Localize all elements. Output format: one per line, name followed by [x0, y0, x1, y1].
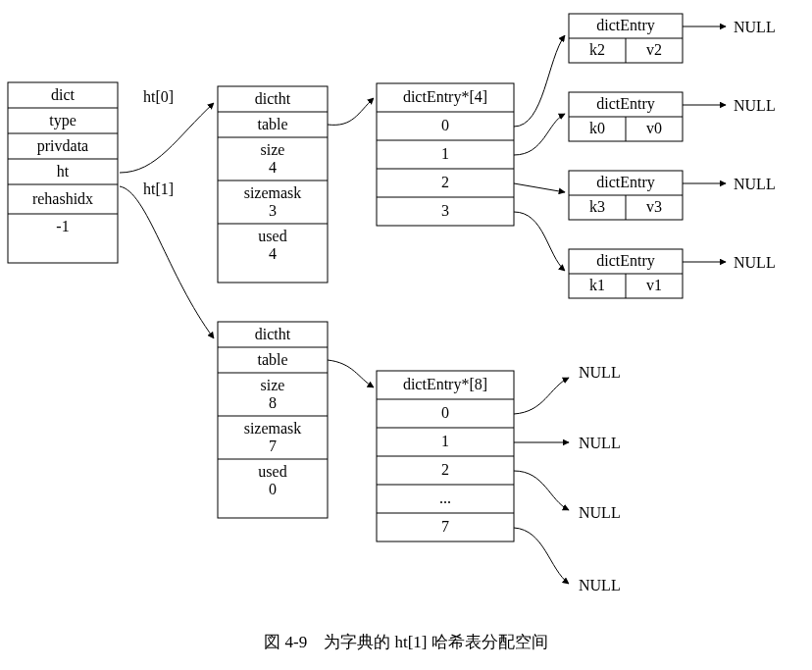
null-t1-2: NULL [579, 504, 621, 521]
entry0-key: k2 [589, 41, 605, 58]
dictht0-node: dictht table size 4 sizemask 3 used 4 [218, 86, 328, 283]
edge-ht0-label: ht[0] [143, 88, 174, 105]
diagram-svg: dict type privdata ht rehashidx -1 ht[0]… [0, 0, 812, 628]
null-2: NULL [734, 176, 776, 192]
dictht0-used-label: used [258, 228, 286, 244]
table1-row-4: 7 [441, 518, 449, 535]
entry2-key: k3 [589, 198, 605, 215]
entry2-value: v3 [646, 198, 662, 215]
edge-row1-entry1 [514, 114, 565, 155]
caption-text: 为字典的 ht[1] 哈希表分配空间 [324, 633, 548, 651]
entry1-key: k0 [589, 120, 605, 136]
dictht0-sizemask-label: sizemask [244, 184, 302, 201]
caption: 図 4-9 为字典的 ht[1] 哈希表分配空间 [0, 631, 812, 653]
dict-privdata-label: privdata [37, 137, 88, 155]
entry3-title: dictEntry [596, 252, 655, 270]
edge-dictht0-table [328, 98, 374, 125]
table1-row-3: ... [439, 490, 451, 506]
entry3-key: k1 [589, 277, 605, 293]
dictht0-table-label: table [257, 116, 287, 132]
null-1: NULL [734, 97, 776, 114]
dictht0-title: dictht [255, 90, 291, 107]
entry-1: dictEntry k0 v0 [569, 92, 683, 141]
table0-row-3: 3 [441, 202, 449, 219]
edge-ht0 [120, 103, 214, 173]
edge-t1r2-null [514, 471, 569, 510]
table0-row-0: 0 [441, 117, 449, 133]
dict-node: dict type privdata ht rehashidx -1 [8, 82, 118, 263]
dictht0-size-value: 4 [269, 159, 277, 176]
dictht1-sizemask-value: 7 [269, 438, 277, 454]
edge-t1r0-null [514, 378, 569, 414]
dictht1-used-value: 0 [269, 481, 277, 497]
dictht1-node: dictht table size 8 sizemask 7 used 0 [218, 322, 328, 518]
table0-row-1: 1 [441, 145, 449, 162]
table0-header: dictEntry*[4] [403, 88, 487, 106]
dictht0-size-label: size [261, 141, 285, 158]
null-0: NULL [734, 19, 776, 35]
dict-rehashidx-label: rehashidx [32, 190, 93, 207]
entry2-title: dictEntry [596, 174, 655, 191]
entry-2: dictEntry k3 v3 [569, 171, 683, 220]
entry-3: dictEntry k1 v1 [569, 249, 683, 298]
dictht1-used-label: used [258, 463, 286, 480]
table1-row-0: 0 [441, 404, 449, 421]
table1-row-1: 1 [441, 433, 449, 449]
table1-row-2: 2 [441, 461, 449, 478]
dictht0-used-value: 4 [269, 245, 277, 262]
null-t1-1: NULL [579, 435, 621, 451]
dict-title: dict [51, 86, 76, 103]
edge-ht1-label: ht[1] [143, 180, 174, 197]
edge-dictht1-table [328, 360, 374, 387]
entry3-value: v1 [646, 277, 662, 293]
entry-0: dictEntry k2 v2 [569, 14, 683, 63]
dictht1-title: dictht [255, 326, 291, 342]
edge-row3-entry3 [514, 212, 565, 271]
entry0-value: v2 [646, 41, 662, 58]
dictht0-sizemask-value: 3 [269, 202, 277, 219]
null-3: NULL [734, 254, 776, 271]
table0-row-2: 2 [441, 174, 449, 190]
null-t1-3: NULL [579, 577, 621, 593]
dictht1-size-label: size [261, 377, 285, 393]
entry1-title: dictEntry [596, 95, 655, 113]
caption-prefix: 図 4-9 [264, 633, 307, 651]
null-t1-0: NULL [579, 364, 621, 381]
entry1-value: v0 [646, 120, 662, 136]
edge-t1r4-null [514, 528, 569, 584]
dictht1-sizemask-label: sizemask [244, 420, 302, 437]
dict-type-label: type [49, 112, 76, 129]
edge-row0-entry0 [514, 35, 565, 127]
edge-ht1 [120, 186, 214, 338]
table1-header: dictEntry*[8] [403, 376, 487, 393]
dict-rehashidx-value: -1 [56, 218, 69, 234]
dict-ht-label: ht [57, 163, 70, 180]
dictht1-table-label: table [257, 351, 287, 368]
table0-node: dictEntry*[4] 0 1 2 3 [377, 83, 514, 226]
edge-row2-entry2 [514, 183, 565, 192]
dictht1-size-value: 8 [269, 394, 277, 411]
entry0-title: dictEntry [596, 17, 655, 34]
table1-node: dictEntry*[8] 0 1 2 ... 7 [377, 371, 514, 541]
